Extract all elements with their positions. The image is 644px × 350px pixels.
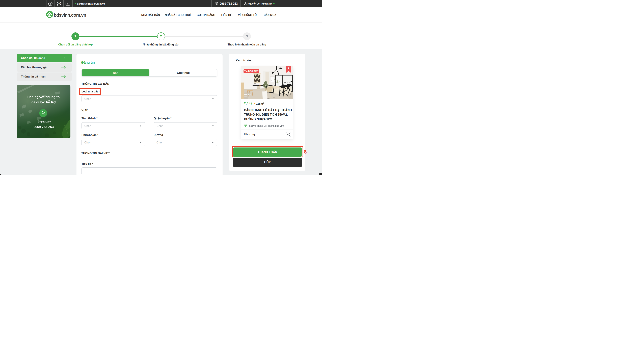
svg-text:Zalo: Zalo: [58, 3, 60, 4]
